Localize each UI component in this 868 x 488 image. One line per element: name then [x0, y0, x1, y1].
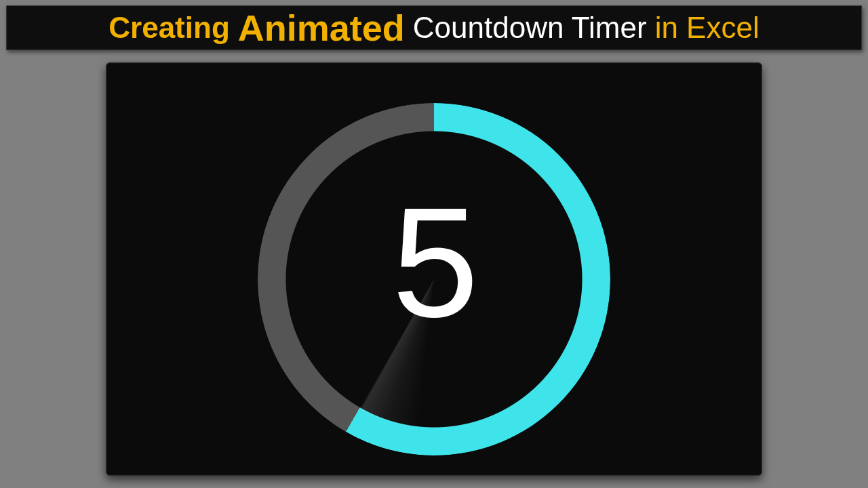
title-word-in-excel: in Excel: [655, 11, 760, 45]
countdown-digit: 5: [258, 103, 610, 455]
title-bar: Creating Animated Countdown Timer in Exc…: [6, 5, 862, 50]
title-word-animated: Animated: [238, 7, 405, 49]
timer-panel: 5: [106, 62, 762, 476]
title-word-creating: Creating: [108, 11, 229, 45]
title-word-countdown-timer: Countdown Timer: [413, 11, 647, 45]
countdown-timer: 5: [258, 103, 610, 455]
